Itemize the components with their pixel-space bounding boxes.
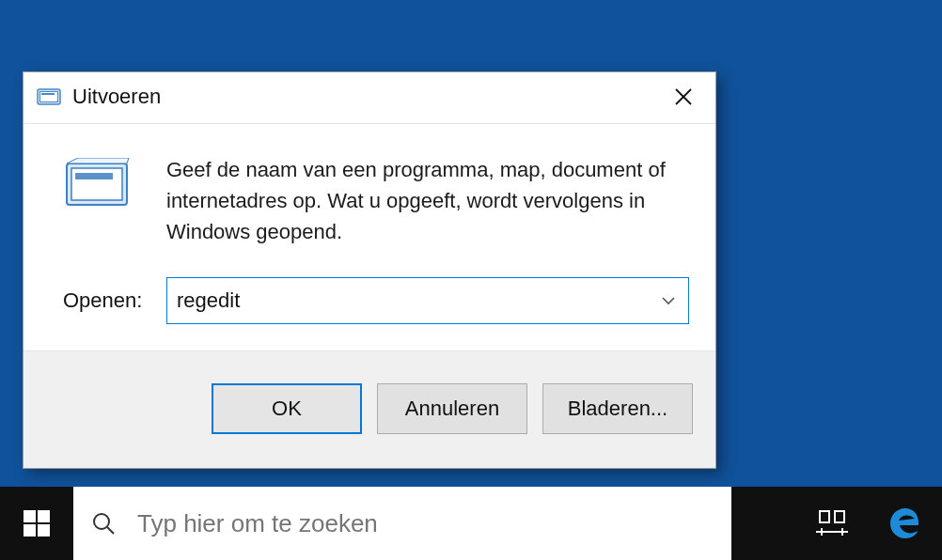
browse-button[interactable]: Bladeren... bbox=[542, 383, 693, 434]
svg-rect-2 bbox=[41, 93, 55, 95]
svg-rect-10 bbox=[24, 524, 36, 537]
svg-point-12 bbox=[94, 514, 109, 529]
svg-rect-7 bbox=[75, 173, 113, 179]
search-icon bbox=[90, 510, 117, 537]
run-dialog-small-icon bbox=[37, 86, 61, 107]
task-view-icon bbox=[816, 509, 848, 537]
taskbar bbox=[0, 487, 942, 560]
dialog-buttons: OK Annuleren Bladeren... bbox=[24, 350, 715, 468]
taskbar-right bbox=[795, 487, 942, 560]
dialog-title: Uitvoeren bbox=[72, 85, 161, 109]
titlebar: Uitvoeren bbox=[24, 72, 715, 124]
windows-icon bbox=[22, 508, 52, 538]
edge-icon bbox=[887, 505, 924, 542]
svg-rect-8 bbox=[24, 510, 36, 522]
titlebar-left: Uitvoeren bbox=[37, 85, 161, 109]
edge-button[interactable] bbox=[869, 487, 942, 560]
open-input[interactable] bbox=[177, 278, 658, 323]
run-large-icon bbox=[44, 154, 157, 247]
run-dialog: Uitvoeren Geef de naam van een programma… bbox=[23, 71, 716, 469]
search-input[interactable] bbox=[137, 509, 714, 538]
cancel-button[interactable]: Annuleren bbox=[377, 383, 527, 434]
dialog-description: Geef de naam van een programma, map, doc… bbox=[166, 154, 689, 247]
taskbar-search[interactable] bbox=[73, 487, 731, 560]
task-view-button[interactable] bbox=[795, 487, 869, 560]
svg-rect-9 bbox=[38, 510, 50, 522]
chevron-down-icon[interactable] bbox=[658, 290, 679, 311]
svg-rect-15 bbox=[835, 511, 844, 522]
ok-button[interactable]: OK bbox=[212, 383, 362, 434]
dialog-content: Geef de naam van een programma, map, doc… bbox=[24, 124, 715, 350]
open-combobox[interactable] bbox=[166, 277, 689, 324]
svg-rect-14 bbox=[820, 511, 829, 522]
start-button[interactable] bbox=[0, 487, 73, 560]
open-label: Openen: bbox=[44, 258, 157, 313]
svg-line-13 bbox=[107, 527, 114, 534]
close-icon bbox=[674, 87, 693, 106]
svg-rect-11 bbox=[38, 524, 50, 537]
close-button[interactable] bbox=[665, 80, 702, 114]
open-combo-wrap bbox=[166, 247, 689, 324]
